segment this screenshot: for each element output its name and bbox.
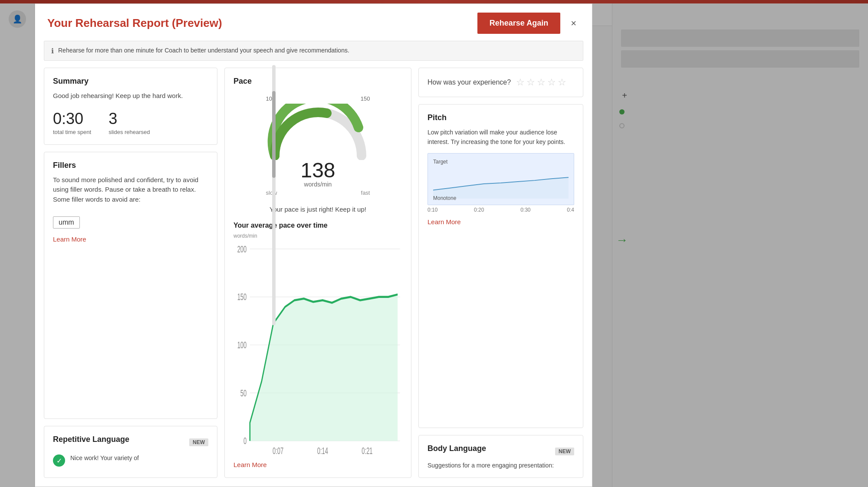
repetitive-title-row: Repetitive Language NEW <box>53 435 208 449</box>
repetitive-title: Repetitive Language <box>53 435 129 444</box>
pace-chart-svg: 200 150 100 50 0 <box>233 241 402 456</box>
pitch-learn-more-container: Learn More <box>427 218 574 226</box>
summary-stats: 0:30 total time spent 3 slides rehearsed <box>53 110 208 136</box>
pace-chart-section: Your average pace over time words/min 20… <box>233 222 402 456</box>
fillers-learn-more[interactable]: Learn More <box>53 235 86 243</box>
svg-text:0: 0 <box>243 435 247 446</box>
body-language-card: Body Language NEW Suggestions for a more… <box>418 435 583 478</box>
star-2[interactable]: ☆ <box>526 77 535 88</box>
pitch-svg <box>433 167 569 199</box>
pitch-learn-more[interactable]: Learn More <box>427 218 461 226</box>
pitch-time-0-30: 0:30 <box>520 207 530 213</box>
repetitive-new-badge: NEW <box>189 438 208 446</box>
label-fast: fast <box>361 190 370 196</box>
fillers-description: To sound more polished and confident, tr… <box>53 175 208 205</box>
slides-stat: 3 slides rehearsed <box>108 110 150 136</box>
svg-text:200: 200 <box>237 243 247 255</box>
info-banner: ℹ Rehearse for more than one minute for … <box>44 41 583 61</box>
svg-text:0:21: 0:21 <box>362 445 372 456</box>
time-label: total time spent <box>53 129 91 135</box>
pace-title: Pace <box>233 77 402 86</box>
rating-row: How was your experience? ☆ ☆ ☆ ☆ ☆ <box>427 77 574 88</box>
gauge-wrapper <box>266 104 370 160</box>
pace-message: Your pace is just right! Keep it up! <box>233 206 402 213</box>
pace-learn-more-container: Learn More <box>233 461 402 469</box>
body-lang-title: Body Language <box>427 444 486 453</box>
svg-text:100: 100 <box>237 339 247 350</box>
fillers-card: Fillers To sound more polished and confi… <box>44 152 217 419</box>
fillers-title: Fillers <box>53 161 208 170</box>
svg-text:50: 50 <box>240 387 247 399</box>
body-lang-new-badge: NEW <box>555 448 574 455</box>
gauge-svg <box>266 104 370 160</box>
star-1[interactable]: ☆ <box>516 77 525 88</box>
dialog-title: Your Rehearsal Report (Preview) <box>47 16 222 30</box>
rating-card: How was your experience? ☆ ☆ ☆ ☆ ☆ <box>418 68 583 97</box>
pitch-description: Low pitch variation will make your audie… <box>427 127 574 147</box>
info-icon: ℹ <box>51 47 54 55</box>
pitch-time-labels: 0:10 0:20 0:30 0:4 <box>427 207 574 213</box>
pitch-card: Pitch Low pitch variation will make your… <box>418 104 583 428</box>
slides-value: 3 <box>108 110 150 128</box>
center-column: Pace 100 150 <box>224 68 411 478</box>
repetitive-card: Repetitive Language NEW ✓ Nice work! You… <box>44 426 217 478</box>
gauge-container: 100 150 138 words/m <box>233 91 402 200</box>
header-actions: Rehearse Again × <box>477 13 580 34</box>
repetitive-content: ✓ Nice work! Your variety of <box>53 454 208 467</box>
pitch-target-label: Target <box>433 159 569 165</box>
summary-description: Good job rehearsing! Keep up the hard wo… <box>53 91 208 101</box>
chart-y-label: words/min <box>233 233 402 239</box>
right-column: How was your experience? ☆ ☆ ☆ ☆ ☆ Pitch… <box>418 68 583 478</box>
filler-word-umm: umm <box>53 216 80 229</box>
svg-text:150: 150 <box>237 291 247 302</box>
pitch-time-0-10: 0:10 <box>427 207 437 213</box>
body-lang-title-row: Body Language NEW <box>427 444 574 458</box>
summary-title: Summary <box>53 77 208 86</box>
pitch-time-0-4: 0:4 <box>567 207 574 213</box>
svg-text:0:14: 0:14 <box>317 445 328 456</box>
summary-card: Summary Good job rehearsing! Keep up the… <box>44 68 217 145</box>
repetitive-description: Nice work! Your variety of <box>70 454 139 461</box>
pace-card: Pace 100 150 <box>224 68 411 478</box>
body-lang-description: Suggestions for a more engaging presenta… <box>427 462 574 469</box>
star-rating[interactable]: ☆ ☆ ☆ ☆ ☆ <box>516 77 566 88</box>
dialog-header: Your Rehearsal Report (Preview) Rehearse… <box>35 4 592 41</box>
check-icon: ✓ <box>53 454 65 467</box>
left-column: Summary Good job rehearsing! Keep up the… <box>44 68 217 478</box>
rehearse-again-button[interactable]: Rehearse Again <box>477 13 560 34</box>
pitch-monotone-label: Monotone <box>433 195 456 201</box>
pitch-title: Pitch <box>427 113 574 122</box>
rating-label: How was your experience? <box>427 78 511 86</box>
pitch-chart: Target Monotone <box>427 153 574 205</box>
dialog-content: Summary Good job rehearsing! Keep up the… <box>35 68 592 487</box>
pace-value: 138 <box>300 160 335 181</box>
gauge-labels: 100 150 <box>266 95 370 102</box>
pace-learn-more[interactable]: Learn More <box>233 461 267 468</box>
info-text: Rehearse for more than one minute for Co… <box>58 46 349 55</box>
time-value: 0:30 <box>53 110 91 128</box>
slides-label: slides rehearsed <box>108 129 150 135</box>
rehearsal-report-dialog: Your Rehearsal Report (Preview) Rehearse… <box>35 3 592 487</box>
star-3[interactable]: ☆ <box>537 77 546 88</box>
svg-text:0:07: 0:07 <box>273 445 283 456</box>
pace-unit: words/min <box>304 181 332 188</box>
scrollbar-thumb[interactable] <box>272 91 276 178</box>
chart-title: Your average pace over time <box>233 222 402 229</box>
star-5[interactable]: ☆ <box>558 77 566 88</box>
pitch-time-0-20: 0:20 <box>474 207 484 213</box>
close-button[interactable]: × <box>567 16 580 31</box>
time-stat: 0:30 total time spent <box>53 110 91 136</box>
dialog-scrollbar[interactable] <box>272 65 276 325</box>
chart-area: 200 150 100 50 0 <box>233 241 402 456</box>
star-4[interactable]: ☆ <box>547 77 556 88</box>
label-150: 150 <box>361 95 370 102</box>
